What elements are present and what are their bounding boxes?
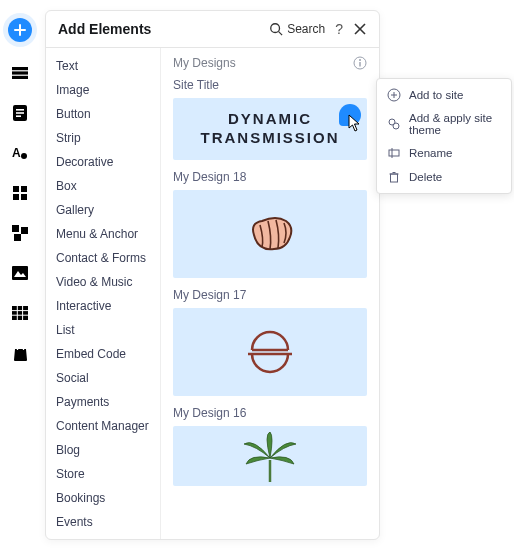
design-label: Site Title [173, 78, 367, 92]
store-icon[interactable] [11, 344, 29, 362]
design-thumb-17[interactable] [173, 308, 367, 396]
svg-rect-13 [12, 225, 19, 232]
section-title: My Designs [173, 56, 236, 70]
help-button[interactable]: ? [335, 21, 343, 37]
menu-item-label: Add & apply site theme [409, 112, 501, 136]
sidebar-item-blog[interactable]: Blog [46, 438, 160, 462]
sidebar-item-social[interactable]: Social [46, 366, 160, 390]
swap-icon [387, 117, 401, 131]
search-icon [269, 22, 283, 36]
sidebar-item-interactive[interactable]: Interactive [46, 294, 160, 318]
sections-icon[interactable] [11, 64, 29, 82]
sidebar-item-decorative[interactable]: Decorative [46, 150, 160, 174]
sidebar-item-contact-forms[interactable]: Contact & Forms [46, 246, 160, 270]
svg-rect-6 [16, 115, 21, 117]
svg-rect-2 [12, 76, 28, 79]
help-icon: ? [335, 21, 343, 37]
sidebar-item-strip[interactable]: Strip [46, 126, 160, 150]
sidebar-item-embed-code[interactable]: Embed Code [46, 342, 160, 366]
rename-icon [387, 146, 401, 160]
add-elements-panel: Add Elements Search ? TextImageButtonStr… [45, 10, 380, 540]
menu-item-add-apply-site-theme[interactable]: Add & apply site theme [377, 107, 511, 141]
sidebar-item-video-music[interactable]: Video & Music [46, 270, 160, 294]
svg-rect-16 [12, 266, 28, 280]
search-label: Search [287, 22, 325, 36]
left-rail: A [0, 0, 40, 550]
svg-rect-4 [16, 109, 24, 111]
sidebar-item-store[interactable]: Store [46, 462, 160, 486]
svg-rect-40 [391, 174, 398, 182]
sidebar-item-image[interactable]: Image [46, 78, 160, 102]
svg-point-28 [359, 59, 361, 61]
design-context-menu: Add to siteAdd & apply site themeRenameD… [376, 78, 512, 194]
search-button[interactable]: Search [269, 22, 325, 36]
menu-item-label: Rename [409, 147, 452, 159]
trash-icon [387, 170, 401, 184]
svg-rect-18 [12, 306, 28, 320]
svg-rect-1 [12, 71, 28, 74]
apps-icon[interactable] [11, 184, 29, 202]
design-thumb-site-title[interactable]: DYNAMIC TRANSMISSION [173, 98, 367, 160]
svg-rect-0 [12, 67, 28, 70]
svg-point-37 [393, 123, 399, 129]
sidebar-item-community[interactable]: Community [46, 534, 160, 539]
svg-rect-29 [359, 62, 360, 67]
panel-title: Add Elements [58, 21, 259, 37]
sidebar-item-list[interactable]: List [46, 318, 160, 342]
svg-rect-5 [16, 112, 24, 114]
svg-point-23 [271, 24, 280, 33]
sidebar-item-button[interactable]: Button [46, 102, 160, 126]
svg-text:A: A [12, 146, 21, 160]
svg-line-24 [279, 32, 283, 36]
sidebar-item-content-manager[interactable]: Content Manager [46, 414, 160, 438]
svg-rect-10 [21, 186, 27, 192]
plus-icon [13, 23, 27, 37]
design-label: My Design 18 [173, 170, 367, 184]
sidebar-item-menu-anchor[interactable]: Menu & Anchor [46, 222, 160, 246]
menu-item-label: Delete [409, 171, 442, 183]
sidebar-item-text[interactable]: Text [46, 54, 160, 78]
svg-point-8 [21, 153, 27, 159]
sidebar-item-box[interactable]: Box [46, 174, 160, 198]
theme-icon[interactable]: A [11, 144, 29, 162]
cursor-icon [347, 114, 363, 132]
svg-rect-9 [13, 186, 19, 192]
design-thumb-16[interactable] [173, 426, 367, 486]
svg-rect-12 [21, 194, 27, 200]
menu-item-label: Add to site [409, 89, 463, 101]
design-label: My Design 16 [173, 406, 367, 420]
palm-graphic [240, 430, 300, 482]
data-icon[interactable] [11, 304, 29, 322]
page-icon[interactable] [11, 104, 29, 122]
menu-item-add-to-site[interactable]: Add to site [377, 83, 511, 107]
info-icon[interactable] [353, 56, 367, 70]
sidebar-item-bookings[interactable]: Bookings [46, 486, 160, 510]
plus-circle-icon [387, 88, 401, 102]
sidebar-item-payments[interactable]: Payments [46, 390, 160, 414]
close-button[interactable] [353, 22, 367, 36]
sidebar-item-gallery[interactable]: Gallery [46, 198, 160, 222]
shell-graphic [240, 209, 300, 259]
design-thumb-18[interactable] [173, 190, 367, 278]
svg-rect-14 [21, 227, 28, 234]
menu-item-rename[interactable]: Rename [377, 141, 511, 165]
add-button[interactable] [8, 18, 32, 42]
design-label: My Design 17 [173, 288, 367, 302]
category-list: TextImageButtonStripDecorativeBoxGallery… [46, 48, 161, 539]
site-title-text: DYNAMIC TRANSMISSION [200, 110, 339, 148]
menu-item-delete[interactable]: Delete [377, 165, 511, 189]
media-icon[interactable] [11, 264, 29, 282]
svg-rect-38 [389, 150, 399, 156]
designs-content: My Designs Site Title DYNAMIC TRANSMISSI… [161, 48, 379, 539]
puzzle-icon[interactable] [11, 224, 29, 242]
close-icon [353, 22, 367, 36]
svg-rect-11 [13, 194, 19, 200]
panel-header: Add Elements Search ? [46, 11, 379, 48]
semicircle-graphic [234, 322, 306, 382]
svg-rect-15 [14, 234, 21, 241]
sidebar-item-events[interactable]: Events [46, 510, 160, 534]
